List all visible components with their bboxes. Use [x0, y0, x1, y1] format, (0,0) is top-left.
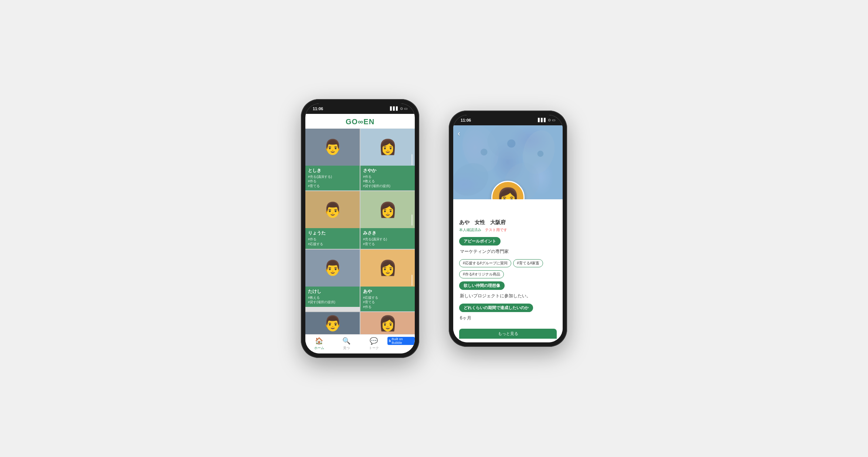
phone-1: 11:06 ▋▋▋ ⊙ ▭ GO∞EN 👨 としき #売る(議演する)#作る#育…: [301, 99, 419, 358]
user-card-ryouta[interactable]: 👨 りょうた #作る#応援する: [305, 191, 360, 248]
avatar-emoji: 👩: [496, 187, 519, 199]
period-label: どれくらいの期間で達成したいのか: [459, 304, 533, 312]
status-time-2: 11:06: [461, 118, 471, 122]
user-grid: 👨 としき #売る(議演する)#作る#育てる 👩 さやか #作る#教える#貸す(…: [305, 129, 415, 335]
user-card-info-misaki: みさき #売る(議演する)#育てる: [360, 228, 415, 248]
user-card-info-aya: あや #応援する#育てる#作る: [360, 287, 415, 312]
user-photo-toshiki: 👨: [305, 129, 360, 166]
appeal-label: アピールポイント: [459, 237, 501, 246]
status-bar-2: 11:06 ▋▋▋ ⊙ ▭: [453, 115, 563, 125]
signal-icon: ▋▋▋: [390, 106, 399, 111]
profile-hero: ‹ 👩: [453, 125, 563, 199]
bubble-badge: b Built on Bubble: [387, 337, 415, 345]
user-card-aya[interactable]: 👩 あや #応援する#育てる#作る: [360, 250, 415, 312]
nav-find[interactable]: 🔍 見つ: [333, 337, 360, 351]
more-button[interactable]: もっと見る: [459, 329, 557, 339]
phone-1-screen: 11:06 ▋▋▋ ⊙ ▭ GO∞EN 👨 としき #売る(議演する)#作る#育…: [305, 104, 415, 354]
status-time-1: 11:06: [313, 106, 323, 111]
user-name-aya: あや: [363, 288, 412, 295]
test-badge: テスト用です: [485, 227, 507, 233]
status-icons-2: ▋▋▋ ⊙ ▭: [538, 118, 555, 122]
notch-2: [489, 115, 526, 123]
tag-1: #応援する#グループに賛同: [459, 259, 511, 267]
phone-2-screen: 11:06 ▋▋▋ ⊙ ▭ ‹ 👩: [453, 115, 563, 342]
scroll-bar-misaki: [411, 214, 413, 226]
tag-row-2: #作る#オリジナル商品: [459, 270, 557, 278]
scroll-bar-sayaka: [411, 154, 413, 165]
back-button[interactable]: ‹: [458, 129, 460, 138]
appeal-text: マーケティングの専門家: [459, 248, 557, 255]
user-card-partial-2[interactable]: 👩: [360, 312, 415, 334]
notch-1: [342, 104, 379, 112]
nav-friends[interactable]: b Built on Bubble: [387, 337, 415, 351]
battery-icon: ▭: [404, 106, 407, 111]
user-photo-partial-1: 👨: [305, 312, 360, 334]
user-card-info-toshiki: としき #売る(議演する)#作る#育てる: [305, 166, 360, 191]
svg-point-5: [481, 149, 488, 156]
user-name-ryouta: りょうた: [308, 230, 357, 236]
app-header: GO∞EN: [305, 114, 415, 129]
user-photo-sayaka: 👩: [360, 129, 415, 166]
svg-point-7: [538, 150, 544, 157]
tag-2: #育てる#家畜: [513, 259, 543, 267]
status-icons-1: ▋▋▋ ⊙ ▭: [390, 106, 407, 111]
ideal-label: 欲しい仲間の理想像: [459, 281, 505, 290]
ideal-text: 新しいプロジェクトに参加したい。: [459, 293, 557, 299]
profile-name: あや 女性 大阪府: [459, 219, 557, 226]
user-name-toshiki: としき: [308, 167, 357, 174]
battery-icon-2: ▭: [552, 118, 555, 122]
user-card-info-ryouta: りょうた #作る#応援する: [305, 228, 360, 248]
user-tags-sayaka: #作る#教える#貸す(場所の提供): [363, 175, 412, 189]
user-tags-ryouta: #作る#応援する: [308, 237, 357, 246]
tag-row-1: #応援する#グループに賛同 #育てる#家畜: [459, 259, 557, 267]
home-icon: 🏠: [315, 337, 323, 345]
period-text: 6ヶ月: [459, 315, 557, 321]
nav-home[interactable]: 🏠 ホーム: [305, 337, 333, 351]
user-name-takeshi: たけし: [308, 288, 357, 295]
verified-badge: 本人確認済み: [459, 227, 481, 233]
user-photo-misaki: 👩: [360, 191, 415, 228]
user-photo-aya: 👩: [360, 250, 415, 287]
user-photo-ryouta: 👨: [305, 191, 360, 228]
svg-point-6: [507, 139, 515, 148]
search-icon: 🔍: [342, 337, 350, 345]
bubble-b-icon: b: [389, 339, 391, 343]
user-tags-toshiki: #売る(議演する)#作る#育てる: [308, 175, 357, 189]
phone-2: 11:06 ▋▋▋ ⊙ ▭ ‹ 👩: [449, 111, 567, 347]
nav-talk[interactable]: 💬 トーク: [360, 337, 387, 351]
user-card-partial-1[interactable]: 👨: [305, 312, 360, 334]
nav-talk-label: トーク: [369, 346, 379, 351]
bottom-nav: 🏠 ホーム 🔍 見つ 💬 トーク b Built on Bubble: [305, 334, 415, 353]
tag-3: #作る#オリジナル商品: [459, 270, 504, 278]
nav-home-label: ホーム: [314, 346, 324, 351]
user-card-sayaka[interactable]: 👩 さやか #作る#教える#貸す(場所の提供): [360, 129, 415, 191]
chat-icon: 💬: [370, 337, 378, 345]
user-photo-partial-2: 👩: [360, 312, 415, 334]
user-card-takeshi[interactable]: 👨 たけし #教える#貸す(場所の提供): [305, 250, 360, 312]
user-tags-aya: #応援する#育てる#作る: [363, 295, 412, 309]
user-card-toshiki[interactable]: 👨 としき #売る(議演する)#作る#育てる: [305, 129, 360, 191]
user-name-sayaka: さやか: [363, 167, 412, 174]
user-photo-takeshi: 👨: [305, 250, 360, 287]
user-card-info-sayaka: さやか #作る#教える#貸す(場所の提供): [360, 166, 415, 191]
profile-verified-row: 本人確認済み テスト用です: [459, 227, 557, 233]
nav-find-label: 見つ: [343, 346, 350, 351]
app-logo: GO∞EN: [311, 118, 409, 126]
bubble-label: Built on Bubble: [392, 337, 414, 345]
scroll-bar-aya: [411, 275, 413, 286]
signal-icon-2: ▋▋▋: [538, 118, 547, 122]
user-name-misaki: みさき: [363, 230, 412, 236]
status-bar-1: 11:06 ▋▋▋ ⊙ ▭: [305, 104, 415, 114]
wifi-icon-2: ⊙: [548, 118, 551, 122]
user-tags-misaki: #売る(議演する)#育てる: [363, 237, 412, 246]
user-card-info-takeshi: たけし #教える#貸す(場所の提供): [305, 287, 360, 307]
wifi-icon: ⊙: [400, 106, 403, 111]
user-card-misaki[interactable]: 👩 みさき #売る(議演する)#育てる: [360, 191, 415, 248]
profile-content: あや 女性 大阪府 本人確認済み テスト用です アピールポイント マーケティング…: [453, 216, 563, 342]
user-tags-takeshi: #教える#貸す(場所の提供): [308, 295, 357, 305]
